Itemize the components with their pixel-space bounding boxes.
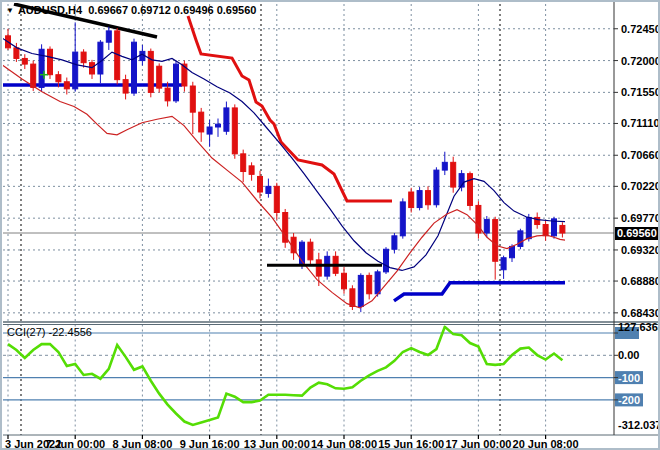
candle-body-bear xyxy=(274,186,279,212)
cci-axis-label: 127.6363 xyxy=(618,321,660,333)
indicator-name-value: CCI(27) -22.4556 xyxy=(7,326,92,338)
candle xyxy=(493,217,498,280)
chart-symbol-period: AUDUSD,H4 xyxy=(18,4,82,16)
candle-body-bear xyxy=(241,154,246,172)
chart-ohlc-values: 0.69667 0.69712 0.69496 0.69560 xyxy=(88,4,256,16)
time-axis-label: 15 Jun 16:00 xyxy=(378,438,444,450)
candle xyxy=(22,54,27,69)
candle-body-bear xyxy=(14,48,19,59)
candle xyxy=(81,49,86,67)
candle-body-bull xyxy=(132,42,137,93)
main-pane[interactable] xyxy=(2,4,614,312)
candle xyxy=(224,102,229,135)
candle-body-bull xyxy=(73,52,78,89)
candle-body-bear xyxy=(199,112,204,132)
candle-body-bear xyxy=(22,58,27,64)
candle-body-bull xyxy=(384,249,389,272)
candle-body-bear xyxy=(426,191,431,205)
candle-body-bear xyxy=(367,275,372,293)
candle xyxy=(132,39,137,96)
candle-body-bull xyxy=(392,236,397,249)
candle-body-bear xyxy=(165,88,170,101)
candle-body-bull xyxy=(106,31,111,42)
candle-body-bull xyxy=(358,275,363,306)
candle-body-bear xyxy=(157,66,162,88)
price-axis-label: 0.72000 xyxy=(621,55,660,67)
candle-body-bear xyxy=(190,86,195,112)
price-axis-label: 0.70220 xyxy=(621,180,660,192)
candle-body-bear xyxy=(308,242,313,260)
candle-body-bull xyxy=(434,170,439,205)
time-axis-label: 14 Jun 08:00 xyxy=(311,438,377,450)
candle-body-bull xyxy=(442,162,447,170)
chart-title: ▼AUDUSD,H4 0.69667 0.69712 0.69496 0.695… xyxy=(6,4,256,16)
candle-body-bear xyxy=(64,82,69,89)
candle-body-bull xyxy=(266,186,271,193)
cci-axis-label: -312.0378 xyxy=(618,419,660,431)
candle-body-bear xyxy=(31,64,36,87)
candle xyxy=(258,171,263,199)
chart-menu-icon[interactable]: ▼ xyxy=(6,6,14,15)
candle xyxy=(392,233,397,253)
step-support-blue-line xyxy=(394,283,565,301)
candle-body-bear xyxy=(258,176,263,192)
candle-body-bull xyxy=(510,246,515,257)
candle xyxy=(283,209,288,248)
price-axis-label: 0.71110 xyxy=(621,117,660,129)
candle xyxy=(400,198,405,238)
cci-level-label: -200 xyxy=(618,394,640,406)
candle xyxy=(174,61,179,103)
candle-body-bull xyxy=(518,231,523,247)
candle xyxy=(249,162,254,180)
time-axis-label: 17 Jun 00:00 xyxy=(445,438,511,450)
candle xyxy=(123,75,128,100)
cci-indicator-line xyxy=(8,327,562,425)
candle xyxy=(90,60,95,79)
price-axis-label: 0.72450 xyxy=(621,23,660,35)
candle xyxy=(148,49,153,98)
candle-body-bear xyxy=(249,166,254,174)
candle-body-bear xyxy=(560,225,565,233)
candle xyxy=(157,63,162,92)
candle xyxy=(426,186,431,209)
candle-body-bull xyxy=(501,258,506,270)
candle xyxy=(476,201,481,238)
candle-body-bear xyxy=(350,289,355,307)
candle xyxy=(384,247,389,274)
time-axis-label: 8 Jun 08:00 xyxy=(112,438,172,450)
candle xyxy=(468,172,473,211)
candle-body-bull xyxy=(174,64,179,101)
candle-body-bull xyxy=(98,42,103,74)
candle xyxy=(199,108,204,142)
candle xyxy=(451,157,456,193)
candle-body-bear xyxy=(342,273,347,289)
candle xyxy=(115,28,120,85)
cci-level-label: -100 xyxy=(618,372,640,384)
candle xyxy=(73,22,78,91)
candles xyxy=(6,22,565,312)
candle-body-bear xyxy=(316,260,321,276)
candle xyxy=(308,239,313,266)
candle-body-bear xyxy=(468,174,473,206)
candle-body-bear xyxy=(48,49,53,74)
candle xyxy=(190,82,195,134)
chart-canvas[interactable]: 0.724500.720000.715500.711100.706600.702… xyxy=(2,2,660,450)
candle-body-bull xyxy=(375,272,380,294)
candle-body-bear xyxy=(232,108,237,154)
candle-body-bull xyxy=(207,127,212,134)
candle xyxy=(266,179,271,198)
candle xyxy=(342,267,347,294)
candle-body-bull xyxy=(216,124,221,127)
band-upper-red-line xyxy=(188,16,392,201)
candle xyxy=(216,119,221,137)
candle-body-bull xyxy=(224,108,229,131)
candle-body-bull xyxy=(526,217,531,238)
candle xyxy=(501,256,506,279)
candle-body-bull xyxy=(417,191,422,208)
candle xyxy=(232,104,237,158)
candle xyxy=(207,120,212,147)
price-axis-label: 0.68880 xyxy=(621,275,660,287)
candle xyxy=(518,229,523,249)
indicator-pane[interactable] xyxy=(3,327,614,425)
candle-body-bull xyxy=(484,220,489,233)
